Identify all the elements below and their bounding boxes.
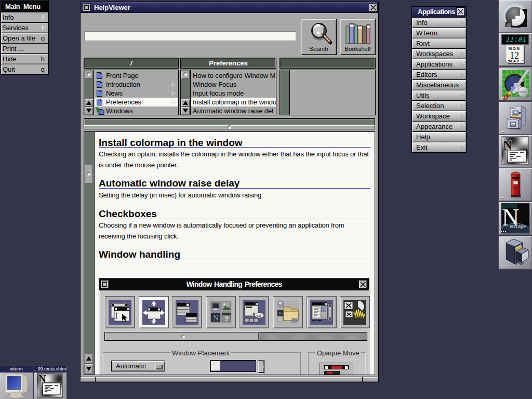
svg-text:rxvt: rxvt	[256, 314, 261, 317]
svg-text:etscape: etscape	[510, 223, 526, 229]
svg-text:MAY: MAY	[509, 59, 520, 63]
svg-text:?: ?	[224, 315, 229, 323]
svg-text:11:01: 11:01	[505, 36, 528, 44]
svg-text:N: N	[213, 314, 219, 322]
svg-text:N: N	[278, 311, 282, 316]
